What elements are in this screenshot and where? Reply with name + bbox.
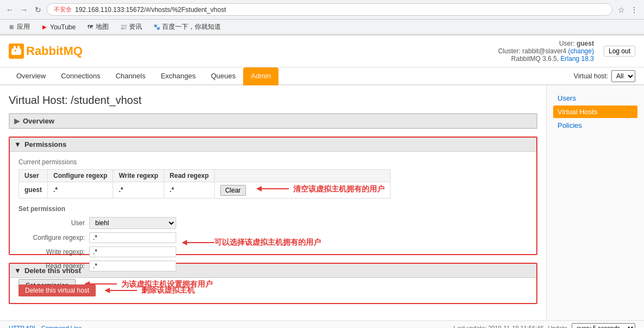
nav-admin[interactable]: Admin (243, 67, 278, 85)
configure-regexp-input[interactable] (89, 232, 176, 243)
forward-button[interactable]: → (18, 4, 29, 15)
erlang-version-link[interactable]: Erlang 18.3 (561, 55, 594, 63)
delete-panel-title: Delete this vhost (24, 267, 81, 275)
clear-annotation-text: 清空该虚拟主机拥有的用户 (293, 184, 385, 194)
nav-channels[interactable]: Channels (108, 67, 153, 85)
last-update-text: Last update: 2019-11-19 11:56:46 (454, 325, 544, 329)
sidebar-item-users[interactable]: Users (553, 92, 637, 104)
row-user: guest (19, 182, 48, 199)
user-label: User: (559, 40, 575, 47)
virtual-host-select[interactable]: All (611, 70, 635, 82)
cluster-value: rabbit@slaver4 (522, 47, 566, 55)
nav-exchanges[interactable]: Exchanges (153, 67, 203, 85)
permissions-panel-header[interactable]: ▼ Permissions (10, 138, 536, 152)
col-actions (214, 170, 390, 182)
overview-section: ▶ Overview (9, 113, 537, 129)
bookmark-apps-label: 应用 (17, 22, 30, 32)
browser-menu[interactable]: ⋮ (629, 4, 640, 15)
bookmark-baidu-label: 百度一下，你就知道 (162, 22, 221, 32)
cluster-label: Cluster: (498, 47, 521, 55)
read-regexp-input[interactable] (89, 261, 176, 271)
command-line-link[interactable]: Command Line (41, 325, 82, 329)
user-select-annotation: 可以选择该虚拟主机拥有的用户 (182, 238, 528, 247)
set-permission-form: User biehl guest admin Configure regexp: (18, 217, 213, 292)
form-row-user: User biehl guest admin (18, 217, 213, 229)
baidu-icon: 🐾 (153, 23, 160, 31)
col-configure: Configure regexp (48, 170, 113, 182)
apps-icon: ⊞ (8, 23, 15, 31)
main-right-sidebar: Users Virtual Hosts Policies (546, 85, 644, 320)
virtual-host-label: Virtual host: (574, 72, 608, 80)
nav-overview[interactable]: Overview (9, 67, 53, 85)
update-interval-select[interactable]: every 5 seconds every 10 seconds every 3… (572, 323, 635, 329)
footer-links: HTTP API Command Line (9, 325, 86, 329)
user-name: guest (577, 40, 594, 47)
http-api-link[interactable]: HTTP API (9, 325, 35, 329)
sidebar-item-virtual-hosts[interactable]: Virtual Hosts (553, 106, 637, 118)
permissions-table: User Configure regexp Write regexp Read … (18, 169, 391, 199)
address-text: 192.168.110.133:15672/#/vhosts/%2Fstuden… (75, 6, 226, 14)
set-permission-label: Set permission (18, 205, 528, 213)
logo-icon (9, 44, 24, 59)
delete-vhost-button[interactable]: Delete this virtual host (18, 284, 96, 296)
svg-marker-5 (256, 186, 262, 191)
row-read: .* (164, 182, 214, 199)
delete-btn-row: Delete this virtual host 删除该虚拟主机 (18, 284, 528, 296)
bookmark-youtube[interactable]: ▶ YouTube (38, 22, 79, 32)
address-bar[interactable]: 不安全 192.168.110.133:15672/#/vhosts/%2Fst… (47, 3, 612, 16)
svg-rect-3 (15, 50, 16, 52)
delete-arrow-svg (104, 287, 137, 294)
form-row-write: Write regexp: (18, 246, 213, 257)
bookmark-maps-label: 地图 (96, 22, 109, 32)
permissions-panel-title: Permissions (24, 140, 66, 148)
bookmark-star[interactable]: ☆ (616, 4, 627, 15)
footer-right: Last update: 2019-11-19 11:56:46 Update … (454, 323, 635, 329)
write-regexp-label: Write regexp: (18, 248, 89, 256)
app-nav: Overview Connections Channels Exchanges … (0, 67, 644, 85)
app-container: RabbitMQ User: guest Cluster: rabbit@sla… (0, 35, 644, 328)
virtual-host-select-area: Virtual host: All (574, 70, 635, 82)
row-clear-cell: Clear 清空该虚拟主机拥有的用户 (214, 182, 390, 199)
delete-annotation-text: 删除该虚拟主机 (141, 286, 195, 295)
configure-regexp-label: Configure regexp: (18, 234, 89, 242)
arrow-svg (256, 185, 289, 193)
rabbit-svg (10, 45, 22, 57)
clear-button[interactable]: Clear (220, 185, 246, 196)
overview-section-header[interactable]: ▶ Overview (9, 114, 537, 128)
svg-rect-1 (14, 46, 16, 50)
app-header: RabbitMQ User: guest Cluster: rabbit@sla… (0, 35, 644, 67)
permissions-panel: ▼ Permissions Current permissions User C… (9, 137, 537, 255)
sidebar-item-policies[interactable]: Policies (553, 119, 637, 132)
bookmark-youtube-label: YouTube (50, 23, 76, 31)
maps-icon: 🗺 (86, 23, 94, 31)
youtube-icon: ▶ (41, 23, 48, 31)
logo-mq: MQ (63, 44, 82, 58)
bookmark-apps[interactable]: ⊞ 应用 (4, 21, 33, 33)
bookmark-news-label: 资讯 (129, 22, 142, 32)
user-annotation-text: 可以选择该虚拟主机拥有的用户 (214, 238, 321, 247)
bookmark-baidu[interactable]: 🐾 百度一下，你就知道 (150, 21, 224, 33)
user-select[interactable]: biehl guest admin (89, 217, 176, 229)
rabbitmq-version: RabbitMQ 3.6.5, (511, 55, 559, 63)
cluster-change-link[interactable]: (change) (568, 47, 594, 55)
browser-toolbar: ← → ↻ 不安全 192.168.110.133:15672/#/vhosts… (0, 0, 644, 20)
clear-arrow-icon (256, 185, 289, 194)
overview-arrow-icon: ▶ (14, 117, 20, 125)
update-label: Update (548, 325, 567, 329)
nav-queues[interactable]: Queues (203, 67, 244, 85)
write-regexp-input[interactable] (89, 246, 176, 257)
permissions-collapse-icon: ▼ (14, 140, 21, 148)
main-content: Virtual Host: /student_vhost ▶ Overview … (0, 85, 644, 320)
back-button[interactable]: ← (4, 4, 15, 15)
refresh-button[interactable]: ↻ (33, 4, 44, 15)
permissions-table-head: User Configure regexp Write regexp Read … (19, 170, 391, 182)
nav-connections[interactable]: Connections (53, 67, 108, 85)
log-out-button[interactable]: Log out (604, 46, 635, 57)
bookmark-maps[interactable]: 🗺 地图 (83, 21, 112, 33)
svg-marker-9 (182, 240, 187, 245)
news-icon: 📰 (120, 23, 127, 31)
svg-rect-0 (11, 48, 21, 55)
overview-section-label: Overview (23, 117, 54, 125)
bookmark-news[interactable]: 📰 资讯 (116, 21, 145, 33)
user-annotation-arrow-svg (182, 239, 214, 246)
